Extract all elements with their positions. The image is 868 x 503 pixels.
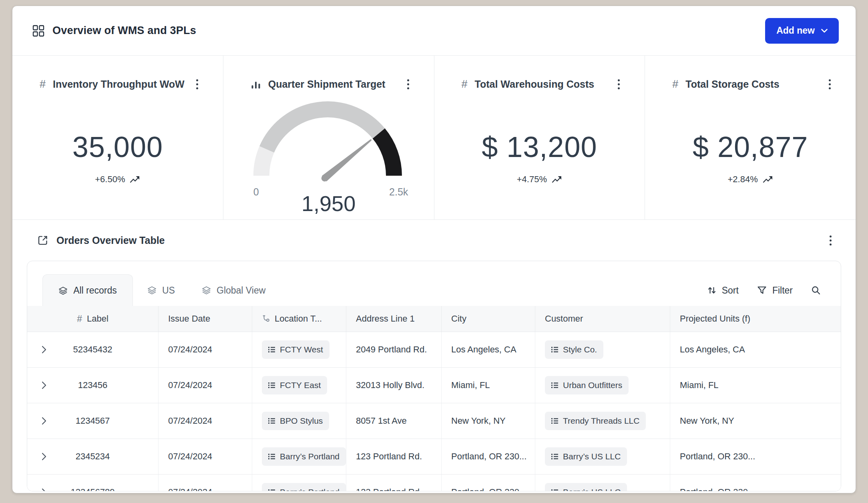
cell-issue-date: 07/24/2024 [158,332,252,367]
kpi-title: Inventory Throughput WoW [53,78,185,90]
kebab-menu-icon[interactable] [826,233,835,248]
kpi-value: 35,000 [12,131,223,163]
row-expand-chevron-icon[interactable] [42,488,47,491]
layers-icon [58,286,68,295]
kpi-card-quarter-shipment-target: Quarter Shipment Target 0 2.5k 1,950 [223,56,434,219]
orders-section-header: Orders Overview Table [12,220,856,261]
customer-chip[interactable]: Barry’s US LLC [545,483,627,491]
trending-up-icon [130,175,140,183]
number-field-icon: # [40,78,46,91]
kebab-menu-icon[interactable] [193,77,201,92]
kpi-row: # Inventory Throughput WoW 35,000 +6.50%… [12,56,856,220]
gauge-value: 1,950 [223,191,434,216]
customer-chip[interactable]: Barry’s US LLC [545,447,627,466]
orders-table-title: Orders Overview Table [56,235,165,246]
app-window: Overview of WMS and 3PLs Add new # Inven… [12,6,856,493]
table-row: 52345432 07/24/2024 FCTY West 2049 Portl… [27,332,841,368]
cell-issue-date: 07/24/2024 [158,475,252,491]
column-header-city[interactable]: City [441,306,535,332]
table-header-row: # Label Issue Date Location T... Address… [27,306,841,332]
kebab-menu-icon[interactable] [826,77,834,92]
cell-issue-date: 07/24/2024 [158,439,252,474]
number-field-icon: # [672,78,678,91]
trending-up-icon [763,175,773,183]
cell-address: 8057 1st Ave [346,403,441,439]
number-field-icon: # [462,78,468,91]
sort-button[interactable]: Sort [707,285,739,296]
cell-label: 2345234 [76,451,110,462]
customer-chip[interactable]: Style Co. [545,340,603,359]
page-title: Overview of WMS and 3PLs [52,24,196,37]
cell-address: 123 Portland Rd. [346,475,441,491]
kpi-title: Total Storage Costs [685,78,779,90]
table-body: 52345432 07/24/2024 FCTY West 2049 Portl… [27,332,841,491]
gauge-needle [321,140,370,181]
cell-label: 123456 [78,380,107,390]
add-new-label: Add new [776,25,815,36]
kpi-card-warehousing-costs: # Total Warehousing Costs $ 13,200 +4.75… [434,56,645,219]
kpi-value: $ 13,200 [434,131,645,163]
kpi-value: $ 20,877 [645,131,856,163]
column-header-customer[interactable]: Customer [535,306,670,332]
table-row: 1234567 07/24/2024 BPO Stylus 8057 1st A… [27,403,841,439]
layers-icon [147,286,157,295]
row-expand-chevron-icon[interactable] [42,453,47,461]
location-chip[interactable]: FCTY West [262,340,330,359]
customer-chip[interactable]: Trendy Threads LLC [545,412,646,430]
chevron-down-icon [821,29,828,33]
tab-global-view[interactable]: Global View [202,274,265,306]
layers-icon [202,286,211,295]
cell-projected-units: Portland, OR 230... [670,439,841,474]
kpi-card-inventory-throughput: # Inventory Throughput WoW 35,000 +6.50% [12,56,223,219]
orders-table-card: All records US Global View [27,261,841,491]
location-chip[interactable]: FCTY East [262,376,327,394]
cell-city: Miami, FL [441,368,535,403]
table-row: 123456789 07/24/2024 Barry’s Portland 12… [27,475,841,491]
location-chip[interactable]: BPO Stylus [262,412,329,430]
cell-label: 1234567 [76,416,110,426]
row-expand-chevron-icon[interactable] [42,417,47,425]
cell-label: 123456789 [70,487,115,491]
filter-button[interactable]: Filter [757,285,793,296]
location-chip[interactable]: Barry’s Portland [262,483,346,491]
column-header-issue-date[interactable]: Issue Date [158,306,252,332]
expand-icon[interactable] [37,235,48,246]
customer-chip[interactable]: Urban Outfitters [545,376,629,394]
location-chip[interactable]: Barry’s Portland [262,447,346,466]
cell-label: 52345432 [73,344,113,355]
kpi-delta: +4.75% [434,174,645,185]
cell-projected-units: Los Angeles, CA [670,332,841,367]
row-expand-chevron-icon[interactable] [42,381,47,389]
tab-us[interactable]: US [147,274,175,306]
cell-projected-units: Portland, OR 230... [670,475,841,491]
table-tabbar: All records US Global View [27,261,841,306]
cell-city: Los Angeles, CA [441,332,535,367]
cell-projected-units: Miami, FL [670,368,841,403]
cell-issue-date: 07/24/2024 [158,403,252,439]
tab-all-records[interactable]: All records [42,274,133,306]
kebab-menu-icon[interactable] [615,77,623,92]
column-header-projected-units[interactable]: Projected Units (f) [670,306,841,332]
cell-address: 32013 Holly Blvd. [346,368,441,403]
cell-projected-units: New York, NY [670,403,841,439]
add-new-button[interactable]: Add new [765,18,839,44]
dashboard-grid-icon [32,25,44,37]
table-toolbar: Sort Filter [707,274,821,306]
kpi-delta: +2.84% [645,174,856,185]
row-expand-chevron-icon[interactable] [42,346,47,354]
linked-record-icon [262,315,270,323]
column-header-address-line-1[interactable]: Address Line 1 [346,306,441,332]
cell-city: Portland, OR 230... [441,439,535,474]
cell-city: Portland, OR 230... [441,475,535,491]
column-header-location-type[interactable]: Location T... [252,306,346,332]
search-icon[interactable] [811,286,821,295]
number-field-icon: # [77,314,82,324]
cell-address: 123 Portland Rd. [346,439,441,474]
column-header-label[interactable]: # Label [27,306,158,332]
table-row: 123456 07/24/2024 FCTY East 32013 Holly … [27,368,841,403]
kpi-title: Total Warehousing Costs [475,78,595,90]
app-header: Overview of WMS and 3PLs Add new [12,6,856,56]
sort-icon [707,286,716,295]
cell-city: New York, NY [441,403,535,439]
trending-up-icon [552,175,562,183]
